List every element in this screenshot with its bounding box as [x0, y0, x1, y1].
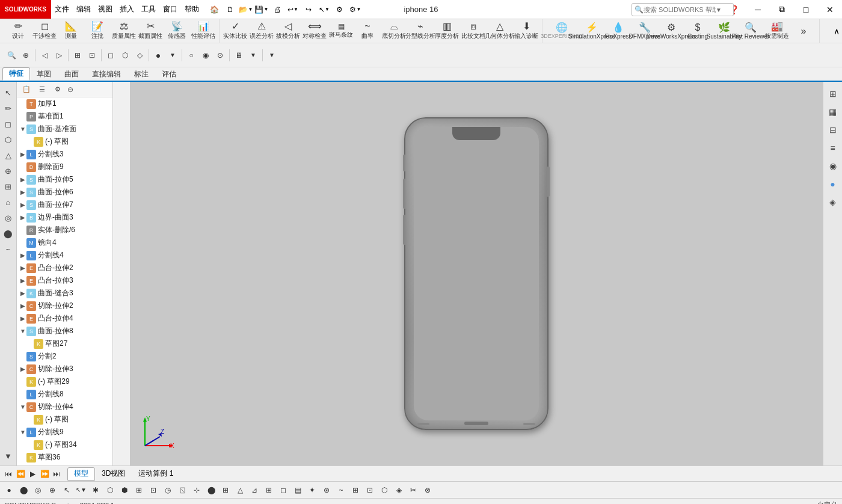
strip-select[interactable]: ↖	[1, 85, 16, 100]
btb-1[interactable]: ●	[2, 484, 16, 497]
tree-item-qumian7[interactable]: ▶ S 曲面-拉伸7	[17, 198, 112, 211]
save-btn[interactable]: 💾▼	[254, 2, 269, 17]
tb-measure[interactable]: 📐测量	[58, 20, 84, 42]
btb-22[interactable]: ✦	[306, 484, 319, 497]
strip-sketch[interactable]: ✏	[1, 101, 16, 115]
btab-model[interactable]: 模型	[67, 467, 95, 481]
tab-direct-edit[interactable]: 直接编辑	[85, 67, 128, 81]
view-search1[interactable]: 🔍	[5, 49, 18, 62]
btb-15[interactable]: ⬤	[204, 484, 218, 497]
view-search2[interactable]: ⊕	[19, 49, 32, 62]
play-play[interactable]: ▶	[26, 468, 38, 480]
tree-item-jinxiang4[interactable]: M 镜向4	[17, 236, 112, 249]
tb-mass[interactable]: ⚖质量属性	[111, 20, 137, 42]
tb-performance[interactable]: 📊性能评估	[190, 20, 217, 42]
options-btn[interactable]: ⚙▼	[348, 2, 363, 17]
strip-sheet[interactable]: ⊞	[1, 179, 16, 194]
play-end[interactable]: ⏭	[51, 468, 63, 480]
btb-27[interactable]: ⬡	[378, 484, 391, 497]
play-prev[interactable]: ⏪	[14, 468, 26, 480]
search-box[interactable]: 🔍 ▼	[632, 3, 734, 16]
minimize-btn[interactable]: ─	[746, 0, 770, 19]
tb-import-diag[interactable]: ⬇输入诊断	[513, 20, 539, 42]
btab-3dview[interactable]: 3D视图	[95, 467, 132, 481]
view-extra[interactable]: ⊙	[214, 49, 227, 62]
btb-25[interactable]: ⊞	[349, 484, 362, 497]
tree-item-fenhe3[interactable]: ▶ K 曲面-缝合3	[17, 287, 112, 300]
menu-file[interactable]: 文件	[51, 0, 73, 19]
strip-reference[interactable]: ⊕	[1, 164, 16, 178]
tree-item-caotu27[interactable]: K 草图27	[17, 337, 112, 350]
rsb-view1[interactable]: ⊞	[825, 85, 841, 102]
tb-more1[interactable]: »	[790, 20, 817, 42]
strip-weldment[interactable]: ⌂	[1, 195, 16, 209]
tree-item-jizhunmian1[interactable]: P 基准面1	[17, 110, 112, 123]
strip-surface[interactable]: ◻	[1, 117, 16, 131]
btb-6[interactable]: ↖▼	[75, 484, 88, 497]
tb-part-reviewer[interactable]: 🔍Part Reviewer	[737, 20, 764, 42]
redo-btn[interactable]: ↪	[301, 2, 316, 17]
tb-3dexp[interactable]: 🌐3DEXPERIENCE	[545, 20, 579, 42]
search-dropdown[interactable]: ▼	[716, 7, 722, 13]
tree-item-jiahou1[interactable]: T 加厚1	[17, 97, 112, 110]
tb-curvature[interactable]: ~曲率	[354, 20, 381, 42]
tree-item-qumian-jizhun[interactable]: ▼ S 曲面-基准面	[17, 123, 112, 135]
btb-12[interactable]: ◷	[161, 484, 174, 497]
menu-help[interactable]: 帮助	[181, 0, 203, 19]
view-next[interactable]: ▷	[52, 49, 66, 62]
view-3d[interactable]: ◻	[104, 49, 117, 62]
tree-filter[interactable]: ⊝	[66, 84, 75, 95]
btb-26[interactable]: ⊡	[363, 484, 376, 497]
tb-split-line[interactable]: ⌁分型线分析	[407, 20, 434, 42]
tree-item-caotu29[interactable]: K (-) 草图29	[17, 375, 112, 388]
tree-item-fenge9[interactable]: ▼ L 分割线9	[17, 426, 112, 438]
tab-annotation[interactable]: 标注	[128, 67, 155, 81]
rsb-color1[interactable]: ◉	[825, 158, 841, 174]
tb-symmetry[interactable]: ⟺对称检查	[301, 20, 328, 42]
tb-error[interactable]: ⚠误差分析	[248, 20, 275, 42]
tree-item-qumian8[interactable]: ▼ S 曲面-拉伸8	[17, 325, 112, 337]
view-orient[interactable]: ⊞	[71, 49, 84, 62]
menu-insert[interactable]: 插入	[116, 0, 138, 19]
menu-window[interactable]: 窗口	[159, 0, 181, 19]
tree-item-fenge4[interactable]: ▶ L 分割线4	[17, 249, 112, 262]
viewport[interactable]: X Y Z	[130, 82, 823, 466]
tb-floXpress[interactable]: 💧FloXpress	[605, 20, 632, 42]
tab-evaluate[interactable]: 评估	[155, 67, 183, 81]
tree-item-bianjie3[interactable]: ▶ B 边界-曲面3	[17, 211, 112, 224]
btb-3[interactable]: ◎	[31, 484, 45, 497]
tb-sketch3d[interactable]: ◻干涉检查	[31, 20, 58, 42]
view-prev[interactable]: ◁	[38, 49, 51, 62]
view-disp[interactable]: ●	[152, 49, 165, 62]
tb-annotation[interactable]: 📝注批	[84, 20, 111, 42]
view-scene[interactable]: ○	[185, 49, 198, 62]
tab-surface[interactable]: 曲面	[58, 67, 85, 81]
tb-section[interactable]: ✂截面属性	[137, 20, 164, 42]
view-appear[interactable]: ◉	[199, 49, 212, 62]
tree-item-taotai2[interactable]: ▶ E 凸台-拉伸2	[17, 262, 112, 274]
view-monitor-dd[interactable]: ▼	[247, 49, 260, 62]
tb-sensor[interactable]: 📡传感器	[164, 20, 190, 42]
tb-thickness[interactable]: ▥厚度分析	[434, 20, 460, 42]
btb-5[interactable]: ↖	[60, 484, 73, 497]
tree-item-caotu-sub[interactable]: K (-) 草图	[17, 413, 112, 426]
rsb-view2[interactable]: ▦	[825, 103, 841, 120]
undo-btn[interactable]: ↩▼	[286, 2, 300, 17]
rsb-color2[interactable]: ●	[825, 176, 841, 192]
btb-21[interactable]: ▤	[291, 484, 304, 497]
btab-motion[interactable]: 运动算例 1	[132, 467, 180, 481]
strip-mold[interactable]: ◎	[1, 211, 16, 225]
btb-29[interactable]: ✂	[407, 484, 420, 497]
btb-10[interactable]: ⊞	[132, 484, 146, 497]
play-next[interactable]: ⏩	[38, 468, 51, 480]
btb-7[interactable]: ✱	[89, 484, 102, 497]
th-config[interactable]: ⚙	[51, 82, 65, 97]
tree-item-qiechu2[interactable]: ▶ C 切除-拉伸2	[17, 300, 112, 312]
tree-item-shiti[interactable]: R 实体-删除/6	[17, 224, 112, 236]
rsb-view3[interactable]: ⊟	[825, 121, 841, 138]
strip-solid[interactable]: ⬡	[1, 132, 16, 147]
view-disp-dd[interactable]: ▼	[166, 49, 179, 62]
view-3d3[interactable]: ◇	[133, 49, 146, 62]
btb-23[interactable]: ⊛	[320, 484, 333, 497]
tree-item-fenge8[interactable]: L 分割线8	[17, 388, 112, 401]
